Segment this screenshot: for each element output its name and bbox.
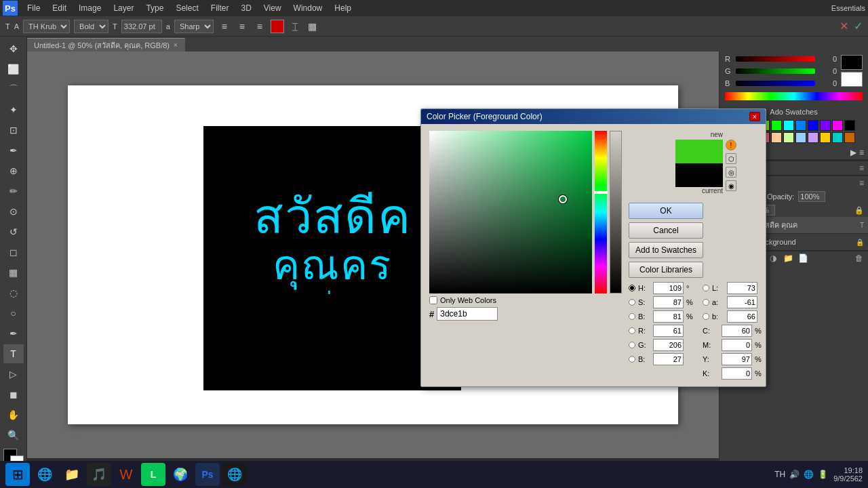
cancel-text-btn[interactable]: ✕ (840, 20, 848, 33)
menu-3d[interactable]: 3D (235, 2, 256, 14)
k-cmyk-input[interactable] (722, 367, 752, 380)
hsb-radio[interactable] (629, 285, 635, 291)
color-preview-bg[interactable] (841, 72, 863, 87)
ok-button[interactable]: OK (629, 203, 703, 219)
dialog-close-btn[interactable]: × (749, 112, 760, 121)
font-family-select[interactable]: TH Krub (23, 20, 70, 33)
color-libraries-button[interactable]: Color Libraries (629, 262, 703, 278)
menu-edit[interactable]: Edit (47, 2, 72, 14)
s-radio[interactable] (629, 299, 635, 306)
dodge-tool[interactable]: ○ (3, 304, 24, 323)
document-tab[interactable]: Untitled-1 @ 50% (สวัสดีค, คุณค, RGB/8) … (27, 38, 185, 52)
font-size-input[interactable] (121, 20, 162, 33)
r-slider[interactable] (736, 56, 815, 62)
text-options-icon[interactable]: ▦ (306, 20, 319, 33)
eraser-tool[interactable]: ◻ (3, 243, 24, 262)
extra-icon[interactable]: ◉ (726, 180, 736, 191)
b-input[interactable] (653, 310, 684, 323)
menu-help[interactable]: Help (329, 2, 357, 14)
new-layer-btn[interactable]: 📄 (797, 253, 809, 264)
swatch-lavender[interactable] (808, 132, 818, 143)
paths-options-icon[interactable]: ≡ (859, 163, 864, 173)
swatch-blue[interactable] (795, 120, 806, 131)
brush-tool[interactable]: ✏ (3, 182, 24, 201)
swatch-light-blue[interactable] (795, 132, 806, 143)
swatch-purple[interactable] (820, 120, 831, 131)
g-slider[interactable] (736, 68, 815, 74)
taskbar-office-icon[interactable]: W (114, 463, 138, 486)
color-spectrum-bar[interactable] (725, 92, 863, 100)
swatch-magenta[interactable] (832, 120, 843, 131)
blur-tool[interactable]: ◌ (3, 283, 24, 302)
commit-text-btn[interactable]: ✓ (854, 20, 863, 33)
align-right-btn[interactable]: ≡ (253, 20, 267, 33)
new-color-box[interactable] (675, 140, 723, 163)
color-field-container[interactable] (429, 131, 592, 293)
styles-options-icon[interactable]: ≡ (859, 148, 864, 157)
type-tool[interactable]: T (3, 344, 24, 363)
m-cmyk-input[interactable] (722, 339, 752, 351)
warp-text-icon[interactable]: ⌶ (288, 20, 302, 33)
start-button[interactable]: ⊞ (5, 463, 30, 486)
stamp-tool[interactable]: ⊙ (3, 202, 24, 221)
lasso-tool[interactable]: ⌒ (3, 80, 24, 99)
font-style-select[interactable]: Bold (74, 20, 108, 33)
hue-strip[interactable] (595, 131, 607, 293)
swatch-cyan[interactable] (783, 120, 794, 131)
menu-type[interactable]: Type (140, 2, 169, 14)
lab-radio[interactable] (703, 285, 709, 291)
hue-strip-container[interactable] (595, 131, 607, 293)
taskbar-chrome2-icon[interactable]: 🌐 (222, 463, 247, 486)
marquee-tool[interactable]: ⬜ (3, 60, 24, 79)
eyedropper-tool[interactable]: ✒ (3, 141, 24, 160)
healing-tool[interactable]: ⊕ (3, 161, 24, 180)
b-rgb-radio[interactable] (629, 356, 635, 363)
swatch-black[interactable] (844, 120, 855, 131)
h-input[interactable] (653, 282, 684, 294)
menu-window[interactable]: Window (288, 2, 328, 14)
current-color-box[interactable] (675, 163, 723, 187)
taskbar-line-icon[interactable]: L (141, 463, 165, 486)
menu-layer[interactable]: Layer (108, 2, 139, 14)
align-left-btn[interactable]: ≡ (218, 20, 231, 33)
shape-tool[interactable]: ◼ (3, 385, 24, 404)
swatch-gold[interactable] (820, 132, 831, 143)
styles-expand-icon[interactable]: ▶ (850, 148, 856, 157)
history-brush-tool[interactable]: ↺ (3, 222, 24, 241)
add-group-btn[interactable]: 📁 (782, 253, 794, 264)
tab-close-btn[interactable]: × (174, 41, 178, 49)
crop-tool[interactable]: ⊡ (3, 121, 24, 140)
b-slider[interactable] (736, 81, 815, 86)
taskbar-explorer-icon[interactable]: 📁 (60, 463, 84, 486)
a-input[interactable] (727, 296, 757, 308)
color-preview-fg[interactable] (841, 55, 863, 70)
menu-view[interactable]: View (258, 2, 287, 14)
profile-icon[interactable]: ◎ (726, 167, 736, 178)
r-rgb-radio[interactable] (629, 327, 635, 334)
cancel-button[interactable]: Cancel (629, 222, 703, 239)
menu-filter[interactable]: Filter (205, 2, 235, 14)
gamut-warning-icon[interactable]: ! (726, 140, 736, 150)
taskbar-ie-icon[interactable]: 🌐 (33, 463, 57, 486)
swatch-light-green[interactable] (783, 132, 794, 143)
menu-select[interactable]: Select (170, 2, 203, 14)
swatch-teal[interactable] (832, 132, 843, 143)
move-tool[interactable]: ✥ (3, 39, 24, 58)
opacity-input[interactable] (798, 191, 825, 202)
web-color-icon[interactable]: ⬡ (726, 153, 736, 164)
text-color-swatch[interactable] (271, 20, 284, 33)
b-lab-input[interactable] (727, 310, 757, 323)
y-cmyk-input[interactable] (722, 353, 752, 365)
swatch-dark-blue[interactable] (808, 120, 818, 131)
align-center-btn[interactable]: ≡ (235, 20, 249, 33)
swatch-green[interactable] (771, 120, 782, 131)
anti-alias-select[interactable]: Sharp (174, 20, 214, 33)
r-rgb-input[interactable] (653, 325, 684, 337)
taskbar-chrome-icon[interactable]: 🌍 (168, 463, 193, 486)
b-lab-radio[interactable] (703, 313, 709, 320)
l-input[interactable] (727, 282, 757, 294)
taskbar-ps-icon[interactable]: Ps (195, 463, 220, 486)
zoom-tool[interactable]: 🔍 (3, 426, 24, 445)
taskbar-media-icon[interactable]: 🎵 (87, 463, 111, 486)
add-to-swatches-button[interactable]: Add to Swatches (629, 242, 703, 258)
